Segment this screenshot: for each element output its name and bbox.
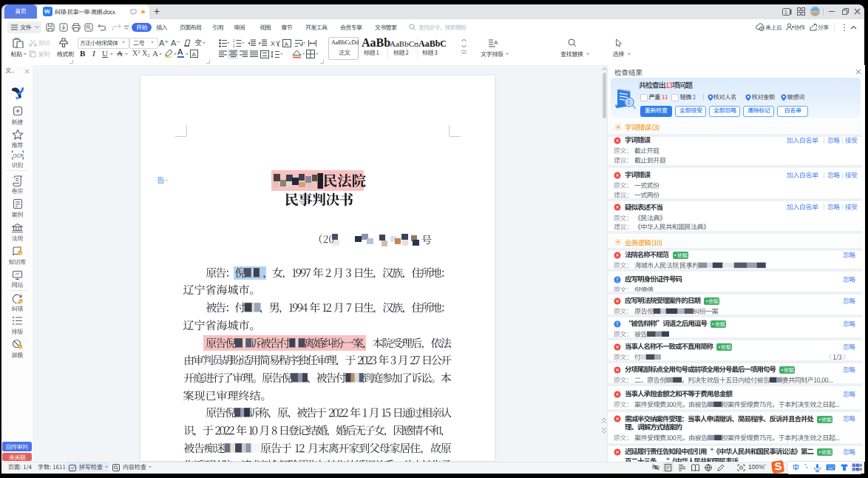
svg-text:X: X	[271, 40, 275, 47]
svg-text:A: A	[285, 41, 289, 47]
svg-text:2: 2	[233, 44, 235, 48]
svg-text:OCR: OCR	[13, 153, 24, 158]
svg-text:1: 1	[628, 99, 631, 106]
svg-text:A: A	[494, 39, 498, 46]
svg-text:1: 1	[784, 10, 787, 15]
svg-text:1: 1	[233, 39, 235, 43]
svg-text:A: A	[192, 51, 197, 58]
